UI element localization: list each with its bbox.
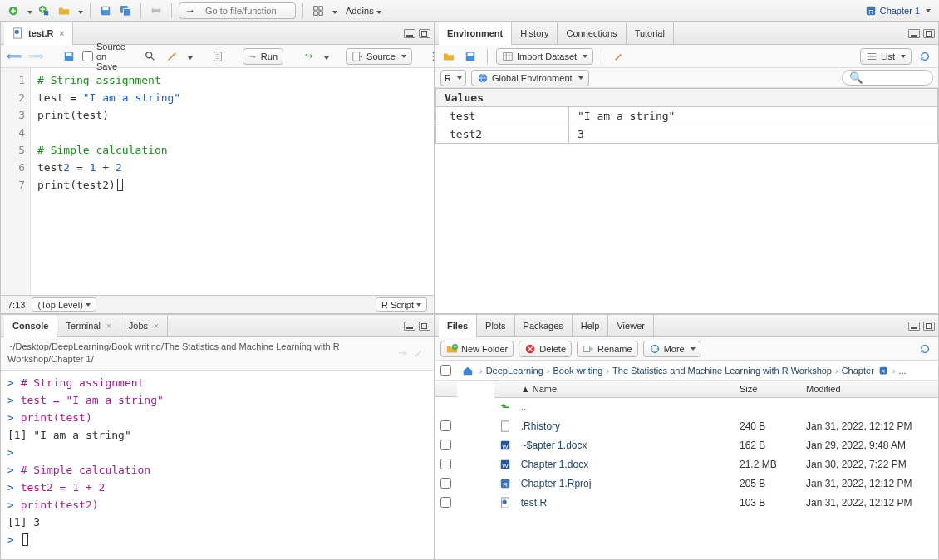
files-tab-files[interactable]: Files bbox=[439, 315, 477, 337]
delete-button[interactable]: Delete bbox=[519, 341, 572, 357]
minimize-pane-icon[interactable] bbox=[404, 29, 415, 38]
code-editor[interactable]: 1234567 # String assignmenttest = "I am … bbox=[1, 68, 434, 295]
svg-rect-13 bbox=[319, 11, 322, 14]
breadcrumb-item[interactable]: Chapter bbox=[842, 366, 874, 376]
find-icon[interactable] bbox=[142, 48, 159, 65]
new-file-icon[interactable] bbox=[5, 2, 22, 19]
rerun-icon[interactable]: ↪ bbox=[300, 48, 317, 65]
env-search-input[interactable] bbox=[842, 70, 933, 86]
refresh-files-icon[interactable] bbox=[917, 341, 933, 357]
file-link[interactable]: .Rhistory bbox=[521, 420, 560, 432]
open-file-icon[interactable] bbox=[56, 2, 72, 19]
new-project-icon[interactable] bbox=[36, 2, 52, 19]
save-workspace-icon[interactable] bbox=[462, 48, 479, 65]
addins-menu[interactable]: Addins bbox=[346, 6, 381, 16]
load-workspace-icon[interactable] bbox=[440, 48, 457, 65]
console-tab-terminal[interactable]: Terminal × bbox=[57, 315, 120, 337]
file-link[interactable]: test.R bbox=[521, 497, 547, 508]
svg-rect-2 bbox=[44, 11, 48, 15]
source-button[interactable]: Source bbox=[346, 48, 412, 65]
goto-wd-icon[interactable] bbox=[394, 345, 411, 361]
files-tab-plots[interactable]: Plots bbox=[477, 315, 514, 337]
maximize-pane-icon[interactable] bbox=[923, 29, 935, 38]
goto-input[interactable] bbox=[199, 4, 290, 17]
svg-text:W: W bbox=[502, 461, 509, 469]
grid-icon[interactable] bbox=[310, 2, 327, 19]
file-link[interactable]: Chapter 1.Rproj bbox=[521, 478, 592, 489]
file-checkbox[interactable] bbox=[440, 440, 451, 450]
source-tab-test-r[interactable]: test.R × bbox=[4, 22, 73, 45]
files-tab-packages[interactable]: Packages bbox=[515, 315, 573, 337]
file-type-icon: W bbox=[494, 435, 516, 454]
goto-file-function[interactable]: → bbox=[179, 2, 296, 19]
file-checkbox[interactable] bbox=[440, 497, 451, 508]
env-scope-selector[interactable]: Global Environment bbox=[471, 70, 589, 86]
home-icon[interactable] bbox=[460, 362, 476, 379]
svg-rect-10 bbox=[314, 6, 317, 9]
more-button[interactable]: More bbox=[643, 341, 701, 357]
save-source-icon[interactable] bbox=[61, 48, 77, 65]
notebook-icon[interactable] bbox=[209, 48, 226, 65]
minimize-pane-icon[interactable] bbox=[404, 322, 415, 331]
save-icon[interactable] bbox=[97, 2, 114, 19]
files-tab-help[interactable]: Help bbox=[573, 315, 609, 337]
select-all-files-checkbox[interactable] bbox=[440, 365, 451, 376]
scope-selector[interactable]: (Top Level) bbox=[32, 297, 96, 312]
outline-icon[interactable] bbox=[429, 48, 435, 65]
rename-button[interactable]: Rename bbox=[577, 341, 638, 357]
new-file-dropdown[interactable] bbox=[25, 6, 32, 16]
files-tab-viewer[interactable]: Viewer bbox=[608, 315, 653, 337]
wand-icon[interactable] bbox=[164, 48, 180, 65]
maximize-pane-icon[interactable] bbox=[419, 322, 430, 331]
files-pane: FilesPlotsPackagesHelpViewer New Folder … bbox=[435, 314, 939, 560]
file-link[interactable]: ~$apter 1.docx bbox=[521, 440, 587, 451]
maximize-pane-icon[interactable] bbox=[419, 29, 430, 38]
forward-arrow-icon[interactable]: ⟹ bbox=[27, 48, 44, 65]
close-tab-icon[interactable]: × bbox=[60, 29, 65, 38]
source-on-save-checkbox[interactable]: Source on Save bbox=[82, 42, 125, 71]
wand-dropdown[interactable] bbox=[185, 52, 193, 61]
svg-point-21 bbox=[174, 52, 175, 53]
broom-icon[interactable] bbox=[611, 48, 627, 65]
refresh-env-icon[interactable] bbox=[917, 48, 933, 65]
import-dataset-button[interactable]: Import Dataset bbox=[496, 48, 593, 65]
env-tab-tutorial[interactable]: Tutorial bbox=[627, 22, 674, 45]
env-tab-history[interactable]: History bbox=[512, 22, 558, 45]
back-arrow-icon[interactable]: ⟸ bbox=[6, 48, 22, 65]
console-path-bar: ~/Desktop/DeepLearning/Book writing/The … bbox=[1, 337, 434, 371]
clear-console-icon[interactable] bbox=[411, 345, 427, 361]
print-icon[interactable] bbox=[148, 2, 165, 19]
env-tab-environment[interactable]: Environment bbox=[439, 22, 512, 45]
pane-layout-dropdown[interactable] bbox=[330, 6, 337, 16]
breadcrumb-more[interactable]: ... bbox=[898, 366, 906, 376]
console-output[interactable]: > # String assignment> test = "I am a st… bbox=[1, 371, 434, 559]
file-checkbox[interactable] bbox=[440, 459, 451, 469]
console-pane: ConsoleTerminal ×Jobs × ~/Desktop/DeepLe… bbox=[0, 314, 435, 560]
rerun-dropdown[interactable] bbox=[322, 52, 329, 61]
env-tab-connections[interactable]: Connections bbox=[558, 22, 626, 45]
breadcrumb-item[interactable]: Book writing bbox=[553, 366, 602, 376]
save-all-icon[interactable] bbox=[117, 2, 134, 19]
project-name: Chapter 1 bbox=[880, 6, 920, 16]
svg-text:R: R bbox=[503, 480, 508, 488]
breadcrumbs: ›DeepLearning›Book writing›The Statistic… bbox=[435, 361, 938, 381]
file-type-selector[interactable]: R Script bbox=[376, 297, 427, 312]
r-version-menu[interactable]: R bbox=[440, 70, 466, 86]
file-checkbox[interactable] bbox=[440, 478, 451, 489]
new-folder-button[interactable]: New Folder bbox=[440, 341, 514, 357]
file-checkbox[interactable] bbox=[440, 420, 451, 431]
maximize-pane-icon[interactable] bbox=[923, 322, 935, 331]
file-link[interactable]: Chapter 1.docx bbox=[521, 459, 588, 470]
minimize-pane-icon[interactable] bbox=[908, 322, 920, 331]
console-tab-jobs[interactable]: Jobs × bbox=[120, 315, 168, 337]
breadcrumb-item[interactable]: DeepLearning bbox=[486, 366, 543, 376]
minimize-pane-icon[interactable] bbox=[908, 29, 920, 38]
project-menu[interactable]: R Chapter 1 bbox=[862, 5, 934, 17]
breadcrumb-item[interactable]: The Statistics and Machine Learning with… bbox=[612, 366, 832, 376]
svg-point-17 bbox=[15, 30, 19, 34]
run-button[interactable]: →Run bbox=[243, 48, 283, 65]
view-mode-list[interactable]: List bbox=[860, 48, 912, 65]
open-recent-dropdown[interactable] bbox=[76, 6, 83, 16]
up-dir[interactable]: .. bbox=[521, 401, 527, 413]
console-tab-console[interactable]: Console bbox=[4, 315, 57, 337]
